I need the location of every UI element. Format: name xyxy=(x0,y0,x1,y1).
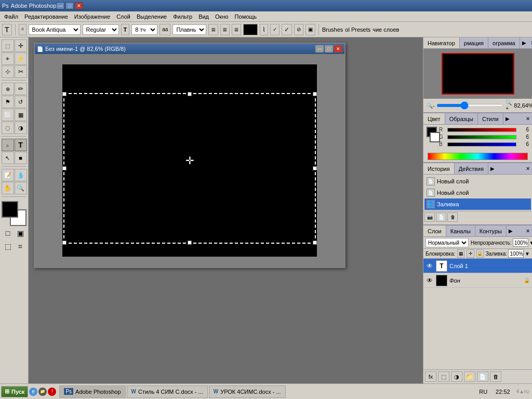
tab-channels[interactable]: Каналы xyxy=(446,225,475,236)
font-family-select[interactable]: Book Antiqua xyxy=(29,24,81,35)
opacity-arrow[interactable]: ▼ xyxy=(529,240,532,246)
lock-all-btn[interactable]: 🔒 xyxy=(476,249,484,258)
options-cancel-btn[interactable]: ⊘ xyxy=(294,24,303,35)
notes-tool[interactable]: 📝 xyxy=(2,169,14,181)
tab-actions[interactable]: Действия xyxy=(455,163,488,174)
goto-bridge-btn[interactable]: ⌗ xyxy=(15,241,26,252)
menu-help[interactable]: Помощь xyxy=(232,11,260,21)
font-options-btn[interactable]: ⌗ xyxy=(19,24,26,35)
opacity-input[interactable] xyxy=(513,238,528,247)
color-spectrum[interactable] xyxy=(428,153,528,160)
handle-tc[interactable] xyxy=(188,92,192,96)
select-path-tool[interactable]: ↖ xyxy=(2,152,14,164)
history-close[interactable]: ✕ xyxy=(524,166,532,171)
blur-tool[interactable]: ◌ xyxy=(2,122,14,134)
align-left-btn[interactable]: ≡ xyxy=(208,24,218,35)
menu-window[interactable]: Окно xyxy=(212,11,232,21)
font-size-select[interactable]: 8 тч xyxy=(131,24,157,35)
canvas[interactable]: ✛ xyxy=(62,64,317,257)
start-button[interactable]: ⊞ Пуск xyxy=(1,386,28,397)
menu-image[interactable]: Изображение xyxy=(71,11,113,21)
history-brush-tool[interactable]: ↺ xyxy=(15,96,27,108)
tab-color[interactable]: Цвет xyxy=(423,113,445,124)
anti-alias-select[interactable]: Плавный xyxy=(172,24,206,35)
layer-new-btn[interactable]: 📄 xyxy=(477,371,488,382)
color-arrow[interactable]: ▶ xyxy=(503,116,512,122)
lock-move-btn[interactable]: ✛ xyxy=(467,249,474,258)
history-snapshot-btn[interactable]: 📷 xyxy=(424,212,435,222)
layers-arrow[interactable]: ▶ xyxy=(507,228,515,234)
tool-preset-btn[interactable]: T xyxy=(2,24,12,35)
options-check-btn[interactable]: ✓ xyxy=(282,24,292,35)
minimize-button[interactable]: — xyxy=(56,2,64,9)
text-color-box[interactable] xyxy=(243,24,258,35)
warp-text-btn[interactable]: ⌇ xyxy=(260,24,268,35)
tab-info[interactable]: рмация xyxy=(460,37,488,48)
handle-mr[interactable] xyxy=(313,166,317,170)
menu-edit[interactable]: Редактирование xyxy=(21,11,71,21)
blue-slider[interactable] xyxy=(447,142,516,147)
marquee-tool[interactable]: ⬚ xyxy=(2,39,14,52)
font-style-select[interactable]: Regular xyxy=(83,24,119,35)
standard-mode-btn[interactable]: □ xyxy=(2,228,14,239)
fill-arrow[interactable]: ▼ xyxy=(525,251,530,257)
tab-paths[interactable]: Контуры xyxy=(475,225,507,236)
crop-tool[interactable]: ⊹ xyxy=(2,65,14,78)
doc-minimize-btn[interactable]: — xyxy=(315,45,324,52)
lock-pixels-btn[interactable]: ▦ xyxy=(457,249,464,258)
maximize-button[interactable]: □ xyxy=(65,2,74,9)
menu-filter[interactable]: Фильтр xyxy=(170,11,195,21)
navigator-arrow[interactable]: ▶ xyxy=(520,40,528,46)
lasso-tool[interactable]: ⌖ xyxy=(2,52,14,65)
quickmask-mode-btn[interactable]: ▣ xyxy=(15,228,26,239)
navigator-close[interactable]: ✕ xyxy=(528,40,532,46)
menu-file[interactable]: Файл xyxy=(1,11,21,21)
slice-tool[interactable]: ✂ xyxy=(15,65,27,78)
dodge-tool[interactable]: ◑ xyxy=(15,122,27,134)
align-right-btn[interactable]: ≡ xyxy=(232,24,241,35)
handle-bc[interactable] xyxy=(188,241,192,245)
close-button[interactable]: ✕ xyxy=(75,2,83,9)
doc-close-btn[interactable]: ✕ xyxy=(334,45,342,52)
options-misc-btn[interactable]: ▣ xyxy=(305,24,315,35)
layer-delete-btn[interactable]: 🗑 xyxy=(490,371,501,382)
color-close[interactable]: ✕ xyxy=(524,116,532,122)
wand-tool[interactable]: ⚡ xyxy=(15,52,27,65)
layer-eye-1[interactable]: 👁 xyxy=(425,262,434,270)
fullscreen-btn[interactable]: ⬚ xyxy=(2,241,14,252)
eyedrop-tool[interactable]: 💧 xyxy=(15,169,27,181)
doc-maximize-btn[interactable]: □ xyxy=(325,45,333,52)
green-slider[interactable] xyxy=(447,135,516,139)
gradient-tool[interactable]: ▦ xyxy=(15,109,27,121)
heal-tool[interactable]: ⊕ xyxy=(2,83,14,95)
pen-tool[interactable]: ⬦ xyxy=(2,139,14,151)
zoom-in-icon[interactable]: 🔍+ xyxy=(506,100,512,111)
layer-item-bg[interactable]: 👁 Фон 🔒 xyxy=(423,273,532,288)
layer-eye-bg[interactable]: 👁 xyxy=(425,276,434,285)
shape-tool[interactable]: ■ xyxy=(15,152,27,164)
foreground-color[interactable] xyxy=(2,201,18,218)
move-tool[interactable]: ✛ xyxy=(15,39,27,52)
history-arrow[interactable]: ▶ xyxy=(488,166,497,171)
tab-history[interactable]: История xyxy=(423,163,455,174)
handle-br[interactable] xyxy=(313,241,317,245)
layer-mask-btn[interactable]: ⬚ xyxy=(438,371,449,382)
menu-select[interactable]: Выделение xyxy=(134,11,170,21)
menu-view[interactable]: Вид xyxy=(195,11,212,21)
taskbar-docx1[interactable]: W Стиль 4 СИМ С.docx - ... xyxy=(127,385,208,398)
bg-swatch[interactable] xyxy=(430,132,440,142)
layers-close[interactable]: ✕ xyxy=(524,228,532,234)
layer-group-btn[interactable]: 📁 xyxy=(464,371,475,382)
history-item-1[interactable]: 📄 Новый слой xyxy=(424,176,531,187)
char-para-btn[interactable]: ✓ xyxy=(270,24,280,35)
eraser-tool[interactable]: ⬜ xyxy=(2,109,14,121)
history-item-3[interactable]: 🪣 Заливка xyxy=(424,198,531,210)
text-tool[interactable]: T xyxy=(15,139,27,151)
align-center-btn[interactable]: ≡ xyxy=(220,24,230,35)
history-new-btn[interactable]: 📄 xyxy=(436,212,446,222)
hand-tool[interactable]: ✋ xyxy=(2,182,14,194)
zoom-out-icon[interactable]: 🔍- xyxy=(427,103,434,109)
handle-ml[interactable] xyxy=(62,166,66,170)
brush-tool[interactable]: ✏ xyxy=(15,83,27,95)
handle-tl[interactable] xyxy=(62,92,66,96)
